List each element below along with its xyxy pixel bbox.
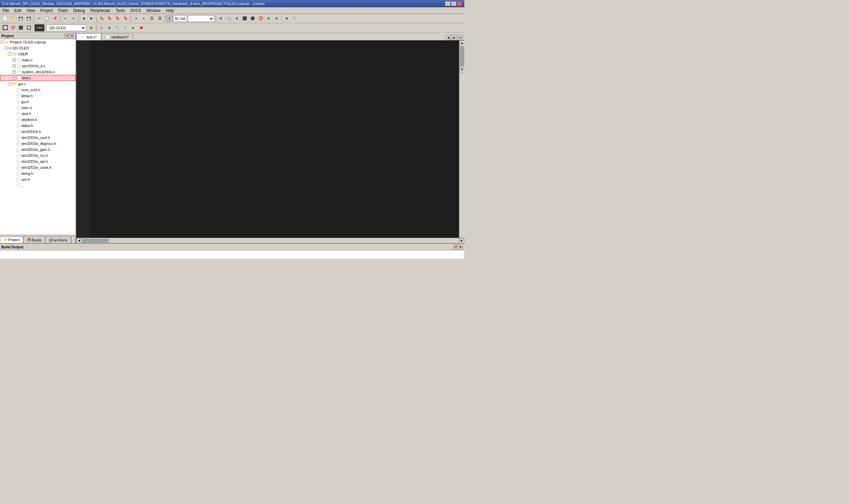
tree-stm32-usart[interactable]: 📄 stm32f10x_usart.h	[0, 164, 76, 170]
new-file-btn[interactable]: 📄	[1, 15, 8, 22]
tree-user[interactable]: - 📁 USER	[0, 51, 76, 57]
minimize-button[interactable]: ─	[445, 1, 450, 6]
hscroll-left-btn[interactable]: ◄	[76, 238, 82, 243]
tree-oledfont-h[interactable]: 📄 oledfont.h	[0, 117, 76, 123]
tab-functions[interactable]: {} Functions	[46, 236, 71, 243]
debug-start-btn[interactable]: ▶	[130, 24, 137, 32]
hscroll-track[interactable]	[82, 238, 459, 243]
expand-sys[interactable]: +	[13, 70, 16, 74]
close-panel-btn[interactable]: ✕	[70, 34, 74, 38]
tree-stdint-h[interactable]: 📄 stdint.h	[0, 123, 76, 129]
scroll-track[interactable]	[459, 47, 464, 66]
copy-btn[interactable]: 📋	[43, 15, 51, 22]
expand-qd[interactable]: -	[5, 47, 8, 50]
bookmark-btn[interactable]: 🔖	[98, 15, 106, 22]
tab-books[interactable]: 📚 Books	[23, 236, 46, 243]
build2-btn[interactable]: ⚙	[106, 24, 113, 32]
outdent-btn[interactable]: ⇤	[140, 15, 148, 22]
tree-misc-h[interactable]: 📄 misc.h	[0, 105, 76, 111]
expand-gui[interactable]: -	[8, 82, 12, 86]
tree-stm32-rcc[interactable]: 📄 stm32f10x_rcc.h	[0, 152, 76, 159]
menu-file[interactable]: File	[0, 7, 12, 14]
expand-main[interactable]: +	[13, 58, 16, 62]
btn-extra4[interactable]: ⬛	[241, 15, 248, 22]
tab-templates[interactable]: T Templates	[71, 236, 76, 243]
tree-sys-h[interactable]: 📄 sys.h	[0, 176, 76, 182]
bookmark3-btn[interactable]: 🔖	[114, 15, 121, 22]
expand-test[interactable]: +	[13, 76, 16, 79]
tree-stm32-spi[interactable]: 📄 stm32f10x_spi.h	[0, 159, 76, 164]
menu-view[interactable]: View	[24, 7, 38, 14]
pin-btn[interactable]: 📌	[64, 34, 69, 38]
menu-peripherals[interactable]: Peripherals	[88, 7, 113, 14]
paste-btn[interactable]: 📌	[51, 15, 59, 22]
align-btn[interactable]: ☰	[148, 15, 156, 22]
menu-edit[interactable]: Edit	[12, 7, 24, 14]
scroll-down-btn[interactable]: ▼	[459, 67, 464, 72]
align2-btn[interactable]: ☰	[156, 15, 163, 22]
editor-nav-right[interactable]: ►	[452, 35, 457, 40]
menu-project[interactable]: Project	[38, 7, 55, 14]
bookmark4-btn[interactable]: 🔖	[122, 15, 129, 22]
clean-btn[interactable]: 🔧	[114, 24, 121, 32]
scroll-up-btn[interactable]: ▲	[459, 40, 464, 46]
tree-oled-h[interactable]: 📄 oled.h	[0, 111, 76, 117]
editor-close-tab[interactable]: ✕	[458, 35, 463, 40]
fwd-btn[interactable]: ►	[88, 15, 95, 22]
bookmark2-btn[interactable]: 🔖	[106, 15, 113, 22]
btn-extra3[interactable]: ⚙	[233, 15, 240, 22]
tree-gui-c[interactable]: - 📁 gui.c	[0, 81, 76, 87]
save-all-btn[interactable]: 💾	[25, 15, 33, 22]
redo-btn[interactable]: ↪	[70, 15, 77, 22]
indent-btn[interactable]: ⇥	[132, 15, 140, 22]
tree-qd-oled[interactable]: - ⊞ QD-OLED	[0, 45, 76, 51]
menu-flash[interactable]: Flash	[55, 7, 70, 14]
menu-svcs[interactable]: SVCS	[128, 7, 144, 14]
tree-main-c[interactable]: + 📄 main.c	[0, 57, 76, 63]
menu-help[interactable]: Help	[163, 7, 177, 14]
tree-more[interactable]: 📄 ...	[0, 182, 76, 188]
tree-stm32f10x-h[interactable]: 📄 stm32f10x.h	[0, 129, 76, 134]
tree-project-root[interactable]: - 📁 Project: OLED.uvprojx	[0, 39, 76, 45]
grid-btn[interactable]: ⊞	[283, 15, 290, 22]
save-btn[interactable]: 💾	[17, 15, 24, 22]
build-close-btn[interactable]: ✕	[458, 245, 463, 249]
btn-extra7[interactable]: ⚙	[265, 15, 272, 22]
btn-extra8[interactable]: ⚙	[273, 15, 280, 22]
undo-btn[interactable]: ↩	[62, 15, 69, 22]
target-dropdown[interactable]: QD-OLED	[47, 24, 86, 31]
tree-system[interactable]: + 📄 system_stm32f10x.c	[0, 69, 76, 75]
tree-test-c[interactable]: + 📄 test.c	[0, 75, 76, 81]
hscroll-thumb[interactable]	[82, 239, 109, 243]
menu-tools[interactable]: Tools	[113, 7, 128, 14]
tree-stm32-gpio[interactable]: 📄 stm32f10x_gpio.h	[0, 147, 76, 152]
settings-btn[interactable]: 🔧	[291, 15, 299, 22]
tab-project[interactable]: 📁 Project	[0, 236, 23, 243]
editor-nav-left[interactable]: ◄	[446, 35, 451, 40]
tree-stm32-dbg[interactable]: 📄 stm32f10x_dbgmcu.h	[0, 141, 76, 147]
close-button[interactable]: ✕	[457, 1, 462, 6]
build-btn[interactable]: ⚙	[98, 24, 105, 32]
tree-stm32-conf[interactable]: 📄 stm32f10x_conf.h	[0, 134, 76, 141]
target-settings-btn[interactable]: ⚙	[88, 24, 95, 32]
tree-stm32-it[interactable]: + 📄 stm32f10x_it.c	[0, 63, 76, 69]
tree-delay-h[interactable]: 📄 delay.h	[0, 93, 76, 99]
menu-debug[interactable]: Debug	[71, 7, 88, 14]
editor-tab-test-c[interactable]: 📄 test.c*	[76, 34, 101, 40]
iic-dropdown[interactable]	[188, 15, 214, 22]
maximize-button[interactable]: □	[451, 1, 456, 6]
btn-extra6[interactable]: ⭕	[257, 15, 264, 22]
open-file-btn[interactable]: 📂	[9, 15, 17, 22]
tree-string-h[interactable]: 📄 string.h	[0, 170, 76, 176]
tree-gui-h[interactable]: 📄 gui.h	[0, 99, 76, 105]
tree-core-cm3h[interactable]: 📄 core_cm3.h	[0, 87, 76, 93]
btn-extra1[interactable]: ⚙	[217, 15, 224, 22]
scroll-thumb[interactable]	[460, 47, 464, 66]
code-content[interactable]	[90, 40, 459, 238]
editor-tab-oledfont[interactable]: 📄 oledfont.h*	[101, 34, 133, 40]
expand-stm32it[interactable]: +	[13, 64, 16, 68]
download-btn[interactable]: ⬇	[122, 24, 129, 32]
editor-vscroll[interactable]: ▲ ▼	[459, 40, 464, 238]
btn-extra2[interactable]: 🔍	[225, 15, 233, 22]
expand-root[interactable]: -	[1, 40, 4, 44]
